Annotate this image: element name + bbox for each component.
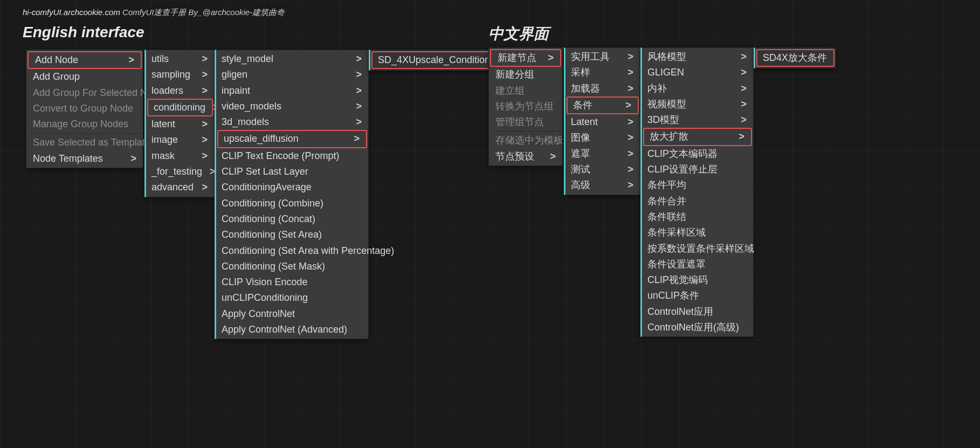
en-cond-item-14[interactable]: CLIP Vision Encode [216,274,368,290]
en-root-item-7[interactable]: Node Templates> [26,151,143,167]
cn-leaf-item-0[interactable]: SD4X放大条件 [756,49,834,67]
cn-cond-item-10[interactable]: 条件联结 [642,209,753,225]
en-cat-item-8[interactable]: advanced> [146,180,214,195]
cn-cond-item-14[interactable]: CLIP视觉编码 [642,272,753,288]
cn-cond-item-6[interactable]: CLIP文本编码器 [642,146,753,162]
submenu-en-conditioning[interactable]: style_model>gligen>inpaint>video_models>… [215,50,369,339]
en-cond-item-13[interactable]: Conditioning (Set Mask) [216,259,368,274]
submenu-cn-leaf[interactable]: SD4X放大条件 [754,47,836,68]
en-cond-item-16[interactable]: Apply ControlNet [216,306,368,322]
cn-cond-item-11[interactable]: 条件采样区域 [642,225,753,240]
cn-cond-item-13[interactable]: 条件设置遮罩 [642,257,753,272]
en-root-separator [29,133,141,134]
chevron-right-icon: > [739,130,744,143]
en-cond-item-label: CLIP Set Last Layer [222,165,308,178]
chevron-right-icon: > [202,118,208,130]
cn-cat-item-3[interactable]: 条件> [567,97,639,114]
cn-cond-item-0[interactable]: 风格模型> [642,49,753,65]
en-cond-item-1[interactable]: gligen> [216,67,368,82]
cn-cat-item-label: 遮罩 [571,147,590,160]
cn-cat-item-4[interactable]: Latent> [565,114,640,130]
chevron-right-icon: > [550,150,556,163]
cn-root-item-4[interactable]: 管理组节点 [489,114,562,130]
en-cond-item-11[interactable]: Conditioning (Set Area) [216,227,368,243]
cn-root-separator [491,131,560,132]
context-menu-cn-root[interactable]: 新建节点>新建分组建立组转换为节点组管理组节点存储选中为模板节点预设> [488,47,563,166]
en-cond-item-4[interactable]: 3d_models> [216,114,368,130]
cn-cond-item-16[interactable]: ControlNet应用 [642,304,753,320]
en-cat-item-3[interactable]: conditioning> [147,99,213,116]
chevron-right-icon: > [741,82,747,95]
en-cat-item-4[interactable]: latent> [146,116,214,132]
cn-cond-item-12[interactable]: 按系数设置条件采样区域 [642,241,753,257]
en-cond-item-label: Conditioning (Set Area) [222,228,322,241]
context-menu-en-root[interactable]: Add Node>Add GroupAdd Group For Selected… [26,50,143,168]
chevron-right-icon: > [741,98,747,111]
submenu-cn-categories[interactable]: 实用工具>采样>加载器>条件>Latent>图像>遮罩>测试>高级> [564,47,640,195]
en-root-item-2[interactable]: Add Group For Selected Nodes [26,85,143,101]
en-cond-item-0[interactable]: style_model> [216,51,368,67]
cn-cond-item-15[interactable]: unCLIP条件 [642,288,753,304]
en-root-item-6[interactable]: Save Selected as Template [26,135,143,150]
cn-cat-item-8[interactable]: 高级> [565,177,640,193]
cn-cond-item-1[interactable]: GLIGEN> [642,65,753,80]
cn-cond-item-5[interactable]: 放大扩散> [643,128,752,146]
cn-cat-item-6[interactable]: 遮罩> [565,146,640,162]
cn-cond-item-17[interactable]: ControlNet应用(高级) [642,320,753,335]
en-root-item-label: Node Templates [33,152,103,165]
en-cat-item-2[interactable]: loaders> [146,83,214,99]
cn-cond-item-label: 条件设置遮罩 [647,258,706,271]
chevron-right-icon: > [627,131,633,144]
cn-cond-item-4[interactable]: 3D模型> [642,112,753,128]
en-cat-item-5[interactable]: image> [146,132,214,148]
cn-cond-item-9[interactable]: 条件合并 [642,194,753,209]
en-cond-item-label: inpaint [222,84,250,97]
en-cat-item-6[interactable]: mask> [146,148,214,164]
en-cat-item-label: conditioning [154,101,205,114]
chevron-right-icon: > [202,68,208,81]
en-cond-item-12[interactable]: Conditioning (Set Area with Percentage) [216,243,368,259]
en-cond-item-10[interactable]: Conditioning (Concat) [216,211,368,227]
en-cond-item-6[interactable]: CLIP Text Encode (Prompt) [216,148,368,164]
chevron-right-icon: > [627,82,633,95]
en-cond-item-3[interactable]: video_models> [216,99,368,114]
en-root-item-1[interactable]: Add Group [26,69,143,85]
cn-cond-item-label: GLIGEN [647,66,684,79]
cn-root-item-2[interactable]: 建立组 [489,83,562,99]
en-cond-item-7[interactable]: CLIP Set Last Layer [216,164,368,180]
cn-cat-item-7[interactable]: 测试> [565,162,640,177]
cn-root-item-3[interactable]: 转换为节点组 [489,99,562,114]
en-cond-item-15[interactable]: unCLIPConditioning [216,290,368,306]
cn-cond-item-label: 条件联结 [647,210,686,223]
en-root-item-0[interactable]: Add Node> [27,51,142,69]
cn-cat-item-label: 采样 [571,66,590,79]
cn-root-item-6[interactable]: 存储选中为模板 [489,133,562,148]
submenu-en-categories[interactable]: utils>sampling>loaders>conditioning>late… [144,50,215,197]
cn-cond-item-label: 条件采样区域 [647,226,706,239]
cn-root-item-1[interactable]: 新建分组 [489,67,562,82]
en-root-item-4[interactable]: Manage Group Nodes [26,116,143,132]
header-domain: hi-comfyUI.archcookie.com [23,8,120,17]
en-root-item-3[interactable]: Convert to Group Node [26,101,143,116]
en-cond-item-2[interactable]: inpaint> [216,83,368,99]
cn-cat-item-5[interactable]: 图像> [565,130,640,146]
cn-cond-item-7[interactable]: CLIP设置停止层 [642,162,753,177]
submenu-cn-conditioning[interactable]: 风格模型>GLIGEN>内补>视频模型>3D模型>放大扩散>CLIP文本编码器C… [640,47,754,337]
cn-leaf-item-label: SD4X放大条件 [763,51,827,64]
cn-cat-item-1[interactable]: 采样> [565,65,640,80]
en-cond-item-9[interactable]: Conditioning (Combine) [216,196,368,211]
en-cond-item-17[interactable]: Apply ControlNet (Advanced) [216,322,368,337]
cn-cond-item-3[interactable]: 视频模型> [642,97,753,112]
cn-cat-item-0[interactable]: 实用工具> [565,49,640,65]
cn-cond-item-2[interactable]: 内补> [642,81,753,97]
en-cond-item-8[interactable]: ConditioningAverage [216,180,368,195]
cn-cat-item-2[interactable]: 加载器> [565,81,640,97]
cn-root-item-0[interactable]: 新建节点> [490,49,561,67]
cn-cond-item-label: 按系数设置条件采样区域 [647,242,754,255]
cn-cond-item-8[interactable]: 条件平均 [642,177,753,193]
en-cat-item-0[interactable]: utils> [146,51,214,67]
cn-root-item-7[interactable]: 节点预设> [489,149,562,164]
en-cat-item-7[interactable]: _for_testing> [146,164,214,180]
en-cond-item-5[interactable]: upscale_diffusion> [217,130,367,148]
en-cat-item-1[interactable]: sampling> [146,67,214,82]
